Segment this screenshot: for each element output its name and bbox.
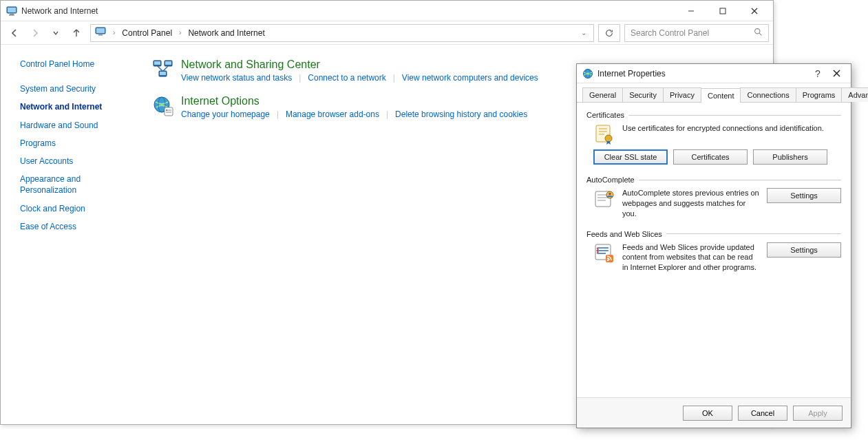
- address-bar[interactable]: › Control Panel › Network and Internet ⌄: [90, 24, 594, 42]
- group-description: Feeds and Web Slices provide updated con…: [622, 242, 760, 273]
- group-description: Use certificates for encrypted connectio…: [622, 123, 841, 134]
- svg-line-20: [163, 66, 168, 71]
- svg-rect-10: [98, 34, 103, 36]
- svg-rect-16: [165, 61, 171, 65]
- link-homepage[interactable]: Change your homepage: [181, 109, 270, 119]
- svg-rect-3: [9, 14, 14, 15]
- autocomplete-icon: [593, 188, 615, 210]
- chevron-right-icon[interactable]: ›: [176, 29, 184, 36]
- link-delete-history[interactable]: Delete browsing history and cookies: [395, 109, 527, 119]
- sidebar-item-programs[interactable]: Programs: [20, 138, 138, 149]
- sidebar-item-users[interactable]: User Accounts: [20, 156, 138, 167]
- sidebar-item-clock[interactable]: Clock and Region: [20, 203, 138, 214]
- group-title: Feeds and Web Slices: [586, 230, 662, 238]
- publishers-button[interactable]: Publishers: [753, 149, 827, 165]
- sidebar: Control Panel Home System and Security N…: [1, 45, 138, 424]
- chevron-down-icon[interactable]: ⌄: [578, 29, 589, 36]
- dialog-title: Internet Properties: [597, 69, 666, 78]
- group-feeds: Feeds and Web Slices: [586, 230, 841, 273]
- up-button[interactable]: [67, 23, 86, 43]
- category-title[interactable]: Network and Sharing Center: [181, 59, 538, 71]
- tab-connections[interactable]: Connections: [740, 87, 796, 102]
- certificate-icon: [593, 123, 615, 145]
- search-icon[interactable]: [754, 28, 763, 39]
- svg-rect-5: [720, 8, 726, 14]
- group-autocomplete: AutoComplete AutoComplete stores previ: [586, 176, 841, 219]
- dialog-titlebar[interactable]: Internet Properties ?: [577, 64, 851, 83]
- globe-icon: [582, 68, 593, 79]
- dialog-close-button[interactable]: [826, 67, 847, 81]
- window-title: Network and Internet: [21, 6, 98, 16]
- sidebar-item-hardware[interactable]: Hardware and Sound: [20, 120, 138, 131]
- sidebar-item-home[interactable]: Control Panel Home: [20, 59, 138, 70]
- breadcrumb-root[interactable]: Control Panel: [122, 28, 172, 38]
- clear-ssl-button[interactable]: Clear SSL state: [593, 149, 668, 165]
- svg-rect-9: [96, 28, 105, 33]
- help-button[interactable]: ?: [809, 68, 826, 79]
- link-view-computers[interactable]: View network computers and devices: [402, 73, 538, 83]
- monitor-icon: [6, 6, 17, 17]
- svg-line-12: [759, 33, 761, 35]
- dialog-content: Certificates Use certificates for encryp…: [577, 103, 851, 410]
- tab-advanced[interactable]: Advanced: [841, 87, 868, 102]
- svg-rect-46: [606, 255, 613, 262]
- svg-rect-1: [8, 8, 16, 12]
- cancel-button[interactable]: Cancel: [738, 406, 787, 421]
- chevron-right-icon[interactable]: ›: [110, 29, 118, 36]
- feeds-icon: [593, 242, 615, 264]
- tab-general[interactable]: General: [582, 87, 623, 102]
- sidebar-item-ease[interactable]: Ease of Access: [20, 221, 138, 232]
- svg-rect-18: [160, 72, 166, 75]
- group-title: AutoComplete: [586, 176, 635, 184]
- navigation-bar: › Control Panel › Network and Internet ⌄: [1, 21, 773, 45]
- svg-rect-2: [10, 14, 14, 15]
- tab-security[interactable]: Security: [622, 87, 664, 102]
- svg-point-47: [607, 259, 609, 261]
- dialog-footer: OK Cancel Apply: [577, 397, 851, 428]
- monitor-icon: [95, 26, 106, 39]
- svg-rect-14: [154, 61, 160, 65]
- minimize-button[interactable]: [675, 1, 707, 21]
- sidebar-item-system[interactable]: System and Security: [20, 83, 138, 94]
- svg-point-26: [166, 109, 167, 111]
- sidebar-item-network[interactable]: Network and Internet: [20, 101, 138, 112]
- svg-rect-23: [165, 107, 173, 116]
- sidebar-item-appearance[interactable]: Appearance and Personalization: [20, 174, 116, 196]
- svg-line-19: [158, 66, 162, 71]
- svg-point-35: [605, 135, 612, 142]
- internet-properties-dialog: Internet Properties ? General Security P…: [576, 63, 851, 428]
- recent-locations-button[interactable]: [46, 23, 65, 43]
- autocomplete-settings-button[interactable]: Settings: [767, 188, 841, 203]
- link-connect-network[interactable]: Connect to a network: [308, 73, 385, 83]
- search-input[interactable]: [631, 28, 754, 38]
- tab-strip: General Security Privacy Content Connect…: [577, 83, 851, 103]
- back-button[interactable]: [5, 23, 24, 43]
- group-certificates: Certificates Use certificates for encryp…: [586, 111, 841, 165]
- group-title: Certificates: [586, 111, 624, 119]
- window-titlebar[interactable]: Network and Internet: [1, 1, 773, 21]
- certificates-button[interactable]: Certificates: [673, 149, 748, 165]
- tab-content[interactable]: Content: [701, 88, 741, 103]
- apply-button[interactable]: Apply: [793, 406, 843, 421]
- link-addons[interactable]: Manage browser add-ons: [286, 109, 379, 119]
- close-button[interactable]: [739, 1, 770, 21]
- forward-button[interactable]: [25, 23, 45, 43]
- breadcrumb-current[interactable]: Network and Internet: [188, 28, 264, 38]
- tab-privacy[interactable]: Privacy: [663, 87, 701, 102]
- svg-point-41: [608, 193, 611, 196]
- category-title[interactable]: Internet Options: [181, 95, 527, 107]
- link-view-status[interactable]: View network status and tasks: [181, 73, 292, 83]
- network-sharing-icon: [152, 59, 174, 81]
- maximize-button[interactable]: [707, 1, 739, 21]
- feeds-settings-button[interactable]: Settings: [767, 242, 841, 258]
- internet-options-icon: [152, 95, 174, 117]
- group-description: AutoComplete stores previous entries on …: [622, 188, 760, 219]
- svg-point-11: [755, 28, 760, 33]
- search-box[interactable]: [624, 24, 769, 42]
- refresh-button[interactable]: [598, 24, 620, 42]
- tab-programs[interactable]: Programs: [796, 87, 843, 102]
- ok-button[interactable]: OK: [683, 406, 732, 421]
